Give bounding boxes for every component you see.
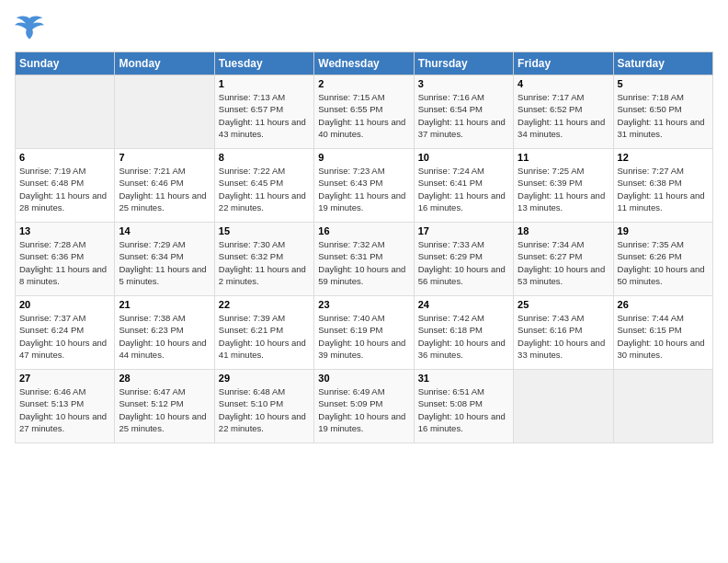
header-row: SundayMondayTuesdayWednesdayThursdayFrid… (16, 52, 713, 75)
day-cell: 28Sunrise: 6:47 AMSunset: 5:12 PMDayligh… (115, 370, 214, 443)
week-row: 13Sunrise: 7:28 AMSunset: 6:36 PMDayligh… (16, 223, 713, 296)
day-number: 9 (318, 152, 409, 163)
column-header-tuesday: Tuesday (214, 52, 313, 75)
day-info: Sunrise: 7:30 AMSunset: 6:32 PMDaylight:… (219, 238, 310, 287)
day-number: 2 (318, 78, 409, 89)
day-info: Sunrise: 7:25 AMSunset: 6:39 PMDaylight:… (518, 165, 609, 213)
day-number: 15 (219, 225, 310, 236)
day-number: 1 (219, 78, 310, 89)
day-cell: 2Sunrise: 7:15 AMSunset: 6:55 PMDaylight… (314, 75, 414, 149)
day-info: Sunrise: 7:39 AMSunset: 6:21 PMDaylight:… (219, 312, 310, 361)
day-number: 23 (318, 299, 409, 310)
day-info: Sunrise: 7:29 AMSunset: 6:34 PMDaylight:… (119, 238, 210, 287)
day-cell: 31Sunrise: 6:51 AMSunset: 5:08 PMDayligh… (414, 370, 513, 443)
day-cell: 20Sunrise: 7:37 AMSunset: 6:24 PMDayligh… (16, 296, 115, 370)
day-info: Sunrise: 7:16 AMSunset: 6:54 PMDaylight:… (418, 91, 509, 140)
day-number: 28 (119, 373, 210, 384)
day-info: Sunrise: 7:34 AMSunset: 6:27 PMDaylight:… (518, 238, 609, 287)
day-cell (613, 370, 712, 443)
day-cell (16, 75, 115, 149)
day-number: 26 (618, 299, 709, 310)
day-cell: 17Sunrise: 7:33 AMSunset: 6:29 PMDayligh… (414, 223, 513, 296)
day-info: Sunrise: 7:19 AMSunset: 6:48 PMDaylight:… (19, 165, 110, 213)
column-header-thursday: Thursday (414, 52, 513, 75)
day-info: Sunrise: 6:49 AMSunset: 5:09 PMDaylight:… (318, 385, 409, 434)
day-number: 22 (219, 299, 310, 310)
column-header-friday: Friday (514, 52, 613, 75)
column-header-saturday: Saturday (613, 52, 712, 75)
day-cell: 13Sunrise: 7:28 AMSunset: 6:36 PMDayligh… (16, 223, 115, 296)
day-info: Sunrise: 7:17 AMSunset: 6:52 PMDaylight:… (518, 91, 609, 140)
day-info: Sunrise: 7:24 AMSunset: 6:41 PMDaylight:… (418, 165, 509, 213)
day-info: Sunrise: 6:51 AMSunset: 5:08 PMDaylight:… (418, 385, 509, 434)
day-cell: 24Sunrise: 7:42 AMSunset: 6:18 PMDayligh… (414, 296, 513, 370)
day-number: 6 (19, 152, 110, 163)
day-number: 17 (418, 225, 509, 236)
calendar-table: SundayMondayTuesdayWednesdayThursdayFrid… (15, 52, 713, 443)
day-info: Sunrise: 6:46 AMSunset: 5:13 PMDaylight:… (19, 385, 110, 434)
day-number: 20 (19, 299, 110, 310)
day-number: 13 (19, 225, 110, 236)
day-info: Sunrise: 7:21 AMSunset: 6:46 PMDaylight:… (119, 165, 210, 213)
day-info: Sunrise: 7:35 AMSunset: 6:26 PMDaylight:… (618, 238, 709, 287)
day-cell: 29Sunrise: 6:48 AMSunset: 5:10 PMDayligh… (214, 370, 313, 443)
day-info: Sunrise: 7:32 AMSunset: 6:31 PMDaylight:… (318, 238, 409, 287)
column-header-wednesday: Wednesday (314, 52, 414, 75)
day-number: 21 (119, 299, 210, 310)
day-cell: 26Sunrise: 7:44 AMSunset: 6:15 PMDayligh… (613, 296, 712, 370)
day-cell: 9Sunrise: 7:23 AMSunset: 6:43 PMDaylight… (314, 149, 414, 223)
week-row: 1Sunrise: 7:13 AMSunset: 6:57 PMDaylight… (16, 75, 713, 149)
page-header (15, 15, 713, 40)
day-number: 10 (418, 152, 509, 163)
day-number: 24 (418, 299, 509, 310)
day-number: 8 (219, 152, 310, 163)
day-info: Sunrise: 7:15 AMSunset: 6:55 PMDaylight:… (318, 91, 409, 140)
day-number: 31 (418, 373, 509, 384)
day-number: 30 (318, 373, 409, 384)
day-cell: 19Sunrise: 7:35 AMSunset: 6:26 PMDayligh… (613, 223, 712, 296)
day-number: 18 (518, 225, 609, 236)
day-info: Sunrise: 7:27 AMSunset: 6:38 PMDaylight:… (618, 165, 709, 213)
day-cell: 11Sunrise: 7:25 AMSunset: 6:39 PMDayligh… (514, 149, 613, 223)
day-info: Sunrise: 7:18 AMSunset: 6:50 PMDaylight:… (618, 91, 709, 140)
day-cell: 10Sunrise: 7:24 AMSunset: 6:41 PMDayligh… (414, 149, 513, 223)
day-info: Sunrise: 7:42 AMSunset: 6:18 PMDaylight:… (418, 312, 509, 361)
day-info: Sunrise: 7:28 AMSunset: 6:36 PMDaylight:… (19, 238, 110, 287)
day-info: Sunrise: 6:47 AMSunset: 5:12 PMDaylight:… (119, 385, 210, 434)
day-number: 16 (318, 225, 409, 236)
week-row: 20Sunrise: 7:37 AMSunset: 6:24 PMDayligh… (16, 296, 713, 370)
day-cell: 6Sunrise: 7:19 AMSunset: 6:48 PMDaylight… (16, 149, 115, 223)
day-info: Sunrise: 7:33 AMSunset: 6:29 PMDaylight:… (418, 238, 509, 287)
logo-icon (15, 15, 44, 40)
day-cell (115, 75, 214, 149)
day-cell: 1Sunrise: 7:13 AMSunset: 6:57 PMDaylight… (214, 75, 313, 149)
day-cell: 25Sunrise: 7:43 AMSunset: 6:16 PMDayligh… (514, 296, 613, 370)
column-header-monday: Monday (115, 52, 214, 75)
logo (15, 15, 48, 40)
day-cell: 30Sunrise: 6:49 AMSunset: 5:09 PMDayligh… (314, 370, 414, 443)
day-cell: 27Sunrise: 6:46 AMSunset: 5:13 PMDayligh… (16, 370, 115, 443)
day-cell: 22Sunrise: 7:39 AMSunset: 6:21 PMDayligh… (214, 296, 313, 370)
day-info: Sunrise: 7:23 AMSunset: 6:43 PMDaylight:… (318, 165, 409, 213)
column-header-sunday: Sunday (16, 52, 115, 75)
day-info: Sunrise: 7:40 AMSunset: 6:19 PMDaylight:… (318, 312, 409, 361)
day-cell: 14Sunrise: 7:29 AMSunset: 6:34 PMDayligh… (115, 223, 214, 296)
day-cell: 23Sunrise: 7:40 AMSunset: 6:19 PMDayligh… (314, 296, 414, 370)
day-cell: 12Sunrise: 7:27 AMSunset: 6:38 PMDayligh… (613, 149, 712, 223)
day-number: 3 (418, 78, 509, 89)
day-number: 4 (518, 78, 609, 89)
day-info: Sunrise: 7:44 AMSunset: 6:15 PMDaylight:… (618, 312, 709, 361)
week-row: 27Sunrise: 6:46 AMSunset: 5:13 PMDayligh… (16, 370, 713, 443)
day-info: Sunrise: 7:38 AMSunset: 6:23 PMDaylight:… (119, 312, 210, 361)
day-cell: 4Sunrise: 7:17 AMSunset: 6:52 PMDaylight… (514, 75, 613, 149)
day-cell: 7Sunrise: 7:21 AMSunset: 6:46 PMDaylight… (115, 149, 214, 223)
day-number: 29 (219, 373, 310, 384)
day-info: Sunrise: 7:13 AMSunset: 6:57 PMDaylight:… (219, 91, 310, 140)
day-info: Sunrise: 7:43 AMSunset: 6:16 PMDaylight:… (518, 312, 609, 361)
day-number: 19 (618, 225, 709, 236)
day-cell: 8Sunrise: 7:22 AMSunset: 6:45 PMDaylight… (214, 149, 313, 223)
day-cell: 16Sunrise: 7:32 AMSunset: 6:31 PMDayligh… (314, 223, 414, 296)
day-info: Sunrise: 7:22 AMSunset: 6:45 PMDaylight:… (219, 165, 310, 213)
day-number: 25 (518, 299, 609, 310)
day-number: 27 (19, 373, 110, 384)
